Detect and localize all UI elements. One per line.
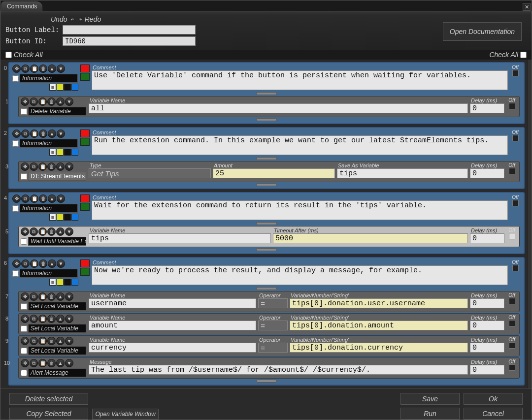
command-type-label[interactable]: Delete Variable — [28, 107, 86, 116]
field-input[interactable] — [470, 365, 504, 375]
down-icon[interactable]: ▼ — [65, 292, 73, 301]
field-input[interactable] — [290, 343, 468, 353]
command-type-label[interactable]: Information — [20, 204, 78, 213]
field-input[interactable] — [290, 298, 468, 308]
move-icon[interactable]: ✥ — [21, 162, 29, 171]
copy-icon[interactable]: ⧉ — [21, 194, 30, 203]
drag-handle[interactable] — [9, 222, 524, 225]
move-icon[interactable]: ✥ — [12, 259, 21, 268]
row-checkbox[interactable] — [21, 325, 27, 332]
open-variable-window-button[interactable]: Open Variable Window — [92, 409, 159, 420]
off-checkbox[interactable] — [512, 200, 519, 206]
color-swatch[interactable] — [64, 149, 71, 156]
move-icon[interactable]: ✥ — [12, 194, 21, 203]
comment-input[interactable] — [92, 70, 508, 90]
row-checkbox[interactable] — [12, 205, 19, 212]
paste-icon[interactable]: 📋 — [38, 227, 47, 236]
list-icon[interactable]: ≡ — [49, 214, 56, 221]
paste-icon[interactable]: 📋 — [38, 359, 47, 367]
drag-handle[interactable] — [9, 248, 524, 251]
button-label-input[interactable] — [63, 25, 196, 34]
row-checkbox[interactable] — [21, 348, 27, 354]
row-checkbox[interactable] — [21, 303, 27, 310]
move-icon[interactable]: ✥ — [12, 65, 21, 73]
color-swatch[interactable] — [64, 214, 71, 221]
cancel-button[interactable]: Cancel — [464, 408, 523, 420]
command-type-label[interactable]: Information — [20, 269, 78, 278]
off-checkbox[interactable] — [509, 298, 515, 304]
check-all-right-checkbox[interactable] — [520, 52, 527, 58]
off-checkbox[interactable] — [512, 265, 519, 271]
up-icon[interactable]: ▲ — [48, 65, 56, 73]
field-input[interactable] — [470, 321, 504, 330]
comment-input[interactable] — [92, 265, 508, 285]
paste-icon[interactable]: 📋 — [38, 337, 47, 345]
down-icon[interactable]: ▼ — [65, 359, 73, 367]
color-swatch[interactable] — [71, 279, 78, 286]
delete-icon[interactable]: 🗑 — [47, 162, 56, 171]
delete-icon[interactable]: 🗑 — [39, 194, 47, 203]
row-checkbox[interactable] — [21, 370, 27, 376]
redo-icon[interactable]: ↷ — [78, 16, 82, 23]
paste-icon[interactable]: 📋 — [30, 129, 38, 138]
row-checkbox[interactable] — [21, 108, 27, 115]
drag-handle[interactable] — [9, 157, 524, 160]
copy-icon[interactable]: ⧉ — [21, 65, 30, 73]
open-documentation-button[interactable]: Open Documentation — [443, 22, 522, 41]
field-input[interactable] — [258, 298, 288, 308]
color-swatch[interactable] — [71, 84, 78, 91]
color-swatch[interactable] — [64, 84, 71, 91]
row-checkbox[interactable] — [12, 140, 19, 147]
move-icon[interactable]: ✥ — [21, 315, 29, 323]
list-icon[interactable]: ≡ — [49, 149, 56, 156]
field-input[interactable] — [258, 343, 288, 353]
down-icon[interactable]: ▼ — [57, 65, 65, 73]
command-type-label[interactable]: Information — [20, 74, 78, 83]
up-icon[interactable]: ▲ — [56, 97, 65, 106]
field-input[interactable] — [89, 233, 271, 243]
up-icon[interactable]: ▲ — [56, 162, 65, 171]
color-swatch[interactable] — [57, 84, 64, 91]
copy-selected-button[interactable]: Copy Selected — [9, 408, 88, 420]
color-swatch[interactable] — [71, 149, 78, 156]
down-icon[interactable]: ▼ — [57, 129, 65, 138]
button-id-input[interactable] — [63, 36, 196, 46]
down-icon[interactable]: ▼ — [65, 315, 73, 323]
off-checkbox[interactable] — [509, 342, 515, 349]
off-checkbox[interactable] — [509, 168, 515, 174]
up-icon[interactable]: ▲ — [56, 337, 65, 345]
paste-icon[interactable]: 📋 — [30, 65, 38, 73]
redo-button[interactable]: Redo — [85, 15, 101, 23]
delete-icon[interactable]: 🗑 — [39, 129, 47, 138]
copy-icon[interactable]: ⧉ — [21, 129, 30, 138]
list-icon[interactable]: ≡ — [49, 279, 56, 286]
field-input[interactable] — [470, 298, 504, 308]
close-icon[interactable]: ✕ — [523, 3, 531, 11]
copy-icon[interactable]: ⧉ — [30, 227, 38, 236]
undo-icon[interactable]: ↶ — [70, 16, 73, 23]
field-input[interactable] — [89, 343, 256, 353]
field-input[interactable] — [470, 168, 504, 178]
paste-icon[interactable]: 📋 — [38, 315, 47, 323]
field-input[interactable] — [89, 321, 256, 330]
move-icon[interactable]: ✥ — [21, 97, 29, 106]
color-swatch[interactable] — [57, 214, 64, 221]
off-checkbox[interactable] — [509, 103, 515, 109]
comment-input[interactable] — [92, 200, 508, 220]
move-icon[interactable]: ✥ — [12, 129, 21, 138]
row-checkbox[interactable] — [12, 75, 19, 82]
comment-input[interactable] — [92, 135, 508, 155]
move-icon[interactable]: ✥ — [21, 359, 29, 367]
field-input[interactable] — [290, 321, 468, 330]
color-swatch[interactable] — [57, 149, 64, 156]
delete-icon[interactable]: 🗑 — [39, 65, 47, 73]
ok-button[interactable]: Ok — [464, 393, 523, 405]
copy-icon[interactable]: ⧉ — [21, 259, 30, 268]
down-icon[interactable]: ▼ — [57, 259, 65, 268]
field-input[interactable] — [470, 233, 504, 243]
paste-icon[interactable]: 📋 — [30, 194, 38, 203]
paste-icon[interactable]: 📋 — [38, 292, 47, 301]
drag-handle[interactable] — [9, 287, 524, 290]
list-icon[interactable]: ≡ — [49, 84, 56, 91]
command-type-label[interactable]: Set Local Variable — [28, 346, 86, 355]
